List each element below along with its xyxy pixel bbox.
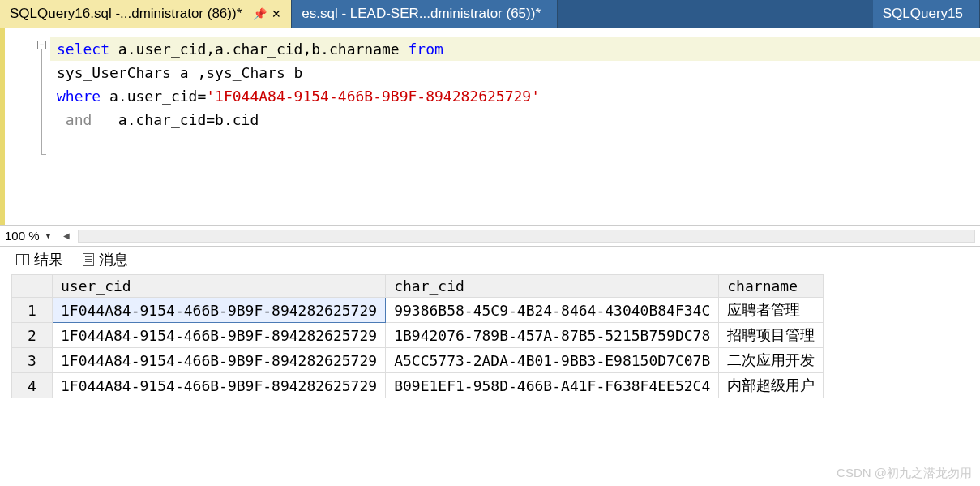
collapse-line: [41, 49, 42, 155]
collapse-toggle[interactable]: −: [37, 41, 46, 49]
collapse-end: [41, 154, 46, 155]
chevron-down-icon: ▼: [45, 231, 53, 240]
horizontal-scrollbar[interactable]: [78, 230, 975, 243]
close-icon[interactable]: ✕: [272, 7, 281, 20]
tab-active[interactable]: SQLQuery16.sql -...dministrator (86))* 📌…: [0, 0, 292, 28]
results-table[interactable]: user_cid char_cid charname 1 1F044A84-91…: [11, 274, 824, 398]
result-tabs: 结果 消息: [0, 247, 980, 274]
sql-string: '1F044A84-9154-466B-9B9F-894282625729': [206, 88, 540, 105]
row-number: 3: [12, 348, 53, 373]
table-row[interactable]: 2 1F044A84-9154-466B-9B9F-894282625729 1…: [12, 323, 824, 348]
editor-margin: [0, 28, 36, 225]
tab-messages-label: 消息: [99, 250, 128, 269]
watermark: CSDN @初九之潜龙勿用: [837, 466, 972, 481]
tab-label: SQLQuery16.sql -...dministrator (86))*: [10, 6, 242, 22]
col-header[interactable]: user_cid: [53, 275, 386, 298]
zoom-bar: 100 % ▼ ◀: [0, 226, 980, 247]
cell[interactable]: 应聘者管理: [719, 298, 824, 323]
row-number: 1: [12, 298, 53, 323]
editor-gutter: −: [36, 28, 50, 225]
tab-results[interactable]: 结果: [8, 247, 71, 274]
sql-text: a.user_cid,a.char_cid,b.charname: [109, 41, 408, 58]
tab-messages[interactable]: 消息: [75, 247, 136, 274]
cell[interactable]: A5CC5773-2ADA-4B01-9BB3-E98150D7C07B: [386, 348, 719, 373]
cell[interactable]: 内部超级用户: [719, 373, 824, 398]
cell[interactable]: 二次应用开发: [719, 348, 824, 373]
cell[interactable]: 99386B58-45C9-4B24-8464-43040B84F34C: [386, 298, 719, 323]
tab-bar: SQLQuery16.sql -...dministrator (86))* 📌…: [0, 0, 980, 28]
scroll-left-icon[interactable]: ◀: [60, 230, 73, 243]
results-grid: user_cid char_cid charname 1 1F044A84-91…: [0, 274, 980, 405]
table-row[interactable]: 3 1F044A84-9154-466B-9B9F-894282625729 A…: [12, 348, 824, 373]
zoom-level: 100 %: [5, 229, 40, 243]
table-row[interactable]: 1 1F044A84-9154-466B-9B9F-894282625729 9…: [12, 298, 824, 323]
tab-label: es.sql - LEAD-SER...dministrator (65))*: [302, 6, 541, 22]
cell[interactable]: B09E1EF1-958D-466B-A41F-F638F4EE52C4: [386, 373, 719, 398]
document-icon: [83, 253, 94, 266]
col-header[interactable]: charname: [719, 275, 824, 298]
table-header-row: user_cid char_cid charname: [12, 275, 824, 298]
table-corner: [12, 275, 53, 298]
sql-text: a.char_cid=b.cid: [101, 111, 259, 128]
editor-content[interactable]: select a.user_cid,a.char_cid,b.charname …: [50, 28, 980, 225]
cell[interactable]: 1F044A84-9154-466B-9B9F-894282625729: [53, 298, 386, 323]
row-number: 4: [12, 373, 53, 398]
cell[interactable]: 1F044A84-9154-466B-9B9F-894282625729: [53, 323, 386, 348]
row-number: 2: [12, 323, 53, 348]
sql-keyword: from: [409, 41, 443, 58]
sql-editor[interactable]: − select a.user_cid,a.char_cid,b.charnam…: [0, 28, 980, 226]
tab-results-label: 结果: [34, 250, 63, 269]
sql-text: a.user_cid=: [101, 88, 206, 105]
pin-icon[interactable]: 📌: [253, 7, 267, 20]
sql-keyword: and: [57, 111, 101, 128]
zoom-dropdown[interactable]: 100 % ▼: [5, 229, 55, 243]
cell[interactable]: 1F044A84-9154-466B-9B9F-894282625729: [53, 348, 386, 373]
cell[interactable]: 招聘项目管理: [719, 323, 824, 348]
sql-text: sys_UserChars a ,sys_Chars b: [57, 64, 302, 81]
cell[interactable]: 1F044A84-9154-466B-9B9F-894282625729: [53, 373, 386, 398]
table-row[interactable]: 4 1F044A84-9154-466B-9B9F-894282625729 B…: [12, 373, 824, 398]
col-header[interactable]: char_cid: [386, 275, 719, 298]
tab-right[interactable]: SQLQuery15: [873, 0, 980, 28]
tab-second[interactable]: es.sql - LEAD-SER...dministrator (65))*: [292, 0, 558, 28]
grid-icon: [16, 254, 29, 265]
tab-label: SQLQuery15: [883, 6, 963, 22]
sql-keyword: select: [57, 41, 109, 58]
sql-keyword: where: [57, 88, 101, 105]
cell[interactable]: 1B942076-789B-457A-87B5-5215B759DC78: [386, 323, 719, 348]
